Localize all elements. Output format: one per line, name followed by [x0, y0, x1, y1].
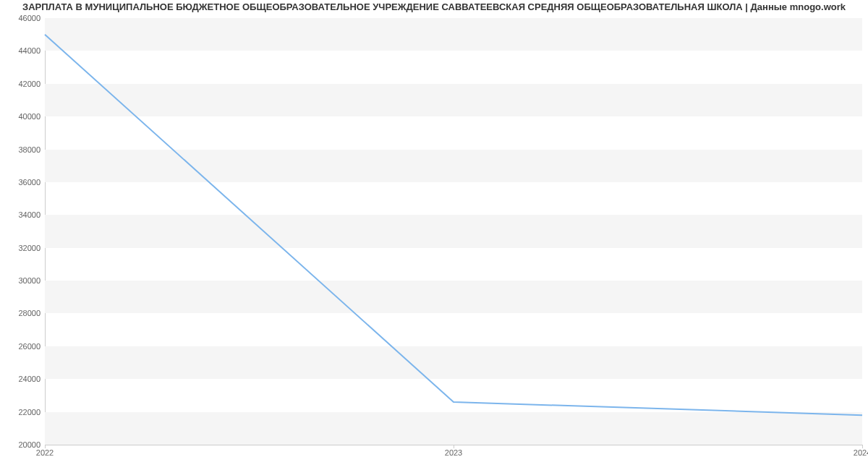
y-tick-label: 30000: [18, 276, 41, 285]
plot-area: [45, 18, 862, 445]
y-tick-label: 42000: [18, 80, 41, 88]
y-tick-label: 44000: [18, 46, 41, 55]
chart-title: ЗАРПЛАТА В МУНИЦИПАЛЬНОЕ БЮДЖЕТНОЕ ОБЩЕО…: [0, 1, 868, 12]
y-tick-label: 28000: [18, 309, 41, 317]
x-tick-label: 2024: [854, 448, 868, 457]
x-tick-label: 2022: [36, 448, 54, 457]
chart-svg: [45, 18, 862, 445]
y-tick-label: 46000: [18, 14, 41, 22]
y-tick-label: 36000: [18, 178, 41, 187]
y-tick-label: 34000: [18, 210, 41, 219]
y-tick-label: 40000: [18, 112, 41, 121]
data-line: [45, 35, 862, 415]
y-tick-label: 32000: [18, 244, 41, 252]
y-tick-label: 26000: [18, 342, 41, 351]
y-tick-label: 38000: [18, 145, 41, 154]
y-tick-label: 24000: [18, 375, 41, 383]
y-tick-label: 22000: [18, 408, 41, 416]
x-tick-label: 2023: [445, 448, 462, 457]
